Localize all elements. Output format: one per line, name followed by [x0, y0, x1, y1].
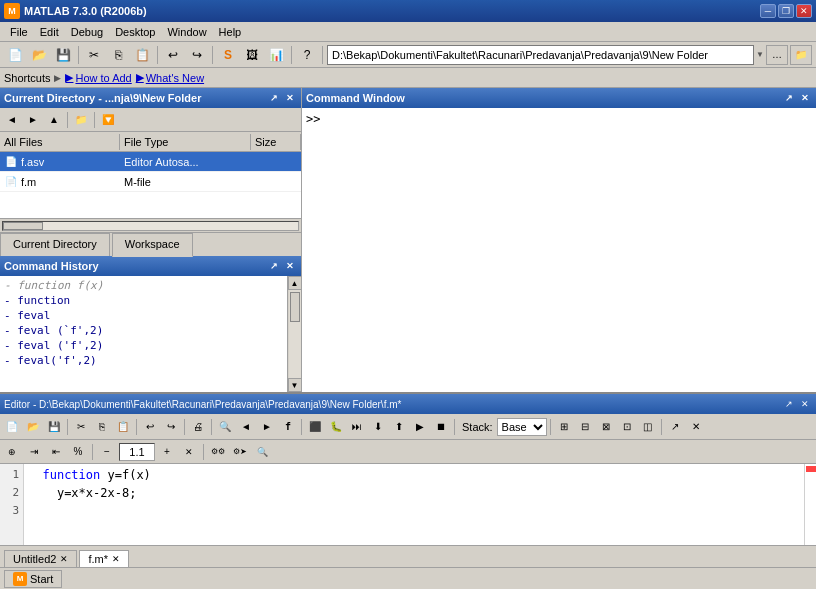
ed-comment-button[interactable]: % — [68, 442, 88, 462]
ed-continue-button[interactable]: ▶ — [410, 417, 430, 437]
ed-layout-btn2[interactable]: ⊟ — [575, 417, 595, 437]
cmd-entry[interactable]: - feval('f',2) — [0, 353, 301, 368]
start-button[interactable]: M Start — [4, 570, 62, 588]
cmd-history-close-icon[interactable]: ✕ — [283, 259, 297, 273]
col-size[interactable]: Size — [251, 134, 301, 150]
dir-scroll-thumb[interactable] — [3, 222, 43, 230]
editor-tab[interactable]: Untitled2 ✕ — [4, 550, 77, 567]
menu-debug[interactable]: Debug — [65, 24, 109, 40]
ed-step-out-button[interactable]: ⬆ — [389, 417, 409, 437]
ed-step-in-button[interactable]: ⬇ — [368, 417, 388, 437]
close-button[interactable]: ✕ — [796, 4, 812, 18]
ed-layout-btn4[interactable]: ⊡ — [617, 417, 637, 437]
minimize-button[interactable]: ─ — [760, 4, 776, 18]
current-dir-expand-icon[interactable]: ↗ — [267, 91, 281, 105]
menu-edit[interactable]: Edit — [34, 24, 65, 40]
col-type[interactable]: File Type — [120, 134, 251, 150]
scroll-down-button[interactable]: ▼ — [288, 378, 302, 392]
ed-plus-button[interactable]: + — [157, 442, 177, 462]
cmd-entry[interactable]: - feval — [0, 308, 301, 323]
redo-button[interactable]: ↪ — [186, 44, 208, 66]
ed-close-btn[interactable]: ✕ — [686, 417, 706, 437]
ed-stop-button[interactable]: ⏹ — [431, 417, 451, 437]
how-to-add-link[interactable]: ▶ How to Add — [65, 71, 131, 84]
ed-cell-next-button[interactable]: ⚙➤ — [230, 442, 250, 462]
file-row[interactable]: 📄 f.asv Editor Autosa... — [0, 152, 301, 172]
copy-button[interactable]: ⎘ — [107, 44, 129, 66]
command-window[interactable]: >> — [302, 108, 816, 392]
guide-button[interactable]: 🖼 — [241, 44, 263, 66]
path-dropdown-arrow[interactable]: ▼ — [756, 50, 764, 59]
ed-indent-out-button[interactable]: ⇤ — [46, 442, 66, 462]
dir-new-folder-button[interactable]: 📁 — [71, 110, 91, 130]
dir-forward-button[interactable]: ► — [23, 110, 43, 130]
cmd-history-scrollbar[interactable]: ▲ ▼ — [287, 276, 301, 392]
ed-indent-in-button[interactable]: ⇥ — [24, 442, 44, 462]
ed-insert-button[interactable]: ⬛ — [305, 417, 325, 437]
ed-debug-button[interactable]: 🐛 — [326, 417, 346, 437]
paste-button[interactable]: 📋 — [131, 44, 153, 66]
ed-redo-button[interactable]: ↪ — [161, 417, 181, 437]
tab-close-icon[interactable]: ✕ — [60, 554, 68, 564]
ed-layout-btn5[interactable]: ◫ — [638, 417, 658, 437]
ed-open-button[interactable]: 📂 — [23, 417, 43, 437]
ed-layout-btn1[interactable]: ⊞ — [554, 417, 574, 437]
dir-back-button[interactable]: ◄ — [2, 110, 22, 130]
scroll-thumb[interactable] — [290, 292, 300, 322]
whats-new-link[interactable]: ▶ What's New — [136, 71, 204, 84]
scroll-up-button[interactable]: ▲ — [288, 276, 302, 290]
ed-x-button[interactable]: ✕ — [179, 442, 199, 462]
dir-filter-button[interactable]: 🔽 — [98, 110, 118, 130]
ed-paste-button[interactable]: 📋 — [113, 417, 133, 437]
maximize-button[interactable]: ❐ — [778, 4, 794, 18]
path-input[interactable] — [327, 45, 754, 65]
cmd-history-expand-icon[interactable]: ↗ — [267, 259, 281, 273]
ed-cut-button[interactable]: ✂ — [71, 417, 91, 437]
path-go-button[interactable]: 📁 — [790, 45, 812, 65]
file-row[interactable]: 📄 f.m M-file — [0, 172, 301, 192]
ed-back-button[interactable]: ◄ — [236, 417, 256, 437]
path-browse-button[interactable]: … — [766, 45, 788, 65]
help-button[interactable]: ? — [296, 44, 318, 66]
cmd-entry[interactable]: - feval (`f',2) — [0, 323, 301, 338]
ed-breakpoint-button[interactable]: ⊕ — [2, 442, 22, 462]
ed-cell-exec-button[interactable]: ⚙⚙ — [208, 442, 228, 462]
new-file-button[interactable]: 📄 — [4, 44, 26, 66]
stack-select[interactable]: Base — [497, 418, 547, 436]
undo-button[interactable]: ↩ — [162, 44, 184, 66]
ed-print-button[interactable]: 🖨 — [188, 417, 208, 437]
col-name[interactable]: All Files — [0, 134, 120, 150]
tab-workspace[interactable]: Workspace — [112, 233, 193, 257]
ed-new-button[interactable]: 📄 — [2, 417, 22, 437]
ed-step-button[interactable]: ⏭ — [347, 417, 367, 437]
tab-current-directory[interactable]: Current Directory — [0, 233, 110, 256]
ed-expand-btn[interactable]: ↗ — [665, 417, 685, 437]
current-dir-close-icon[interactable]: ✕ — [283, 91, 297, 105]
menu-help[interactable]: Help — [213, 24, 248, 40]
cmd-win-close-icon[interactable]: ✕ — [798, 91, 812, 105]
cmd-entry[interactable]: - feval ('f',2) — [0, 338, 301, 353]
editor-expand-icon[interactable]: ↗ — [782, 397, 796, 411]
scroll-track[interactable] — [289, 290, 301, 378]
ed-cell-eval-button[interactable]: 🔍 — [252, 442, 272, 462]
open-button[interactable]: 📂 — [28, 44, 50, 66]
ed-forward-button[interactable]: ► — [257, 417, 277, 437]
menu-desktop[interactable]: Desktop — [109, 24, 161, 40]
ed-undo-button[interactable]: ↩ — [140, 417, 160, 437]
dir-scrollbar[interactable] — [0, 218, 301, 232]
ed-function-button[interactable]: f — [278, 417, 298, 437]
cmd-entry[interactable]: - function — [0, 293, 301, 308]
save-button[interactable]: 💾 — [52, 44, 74, 66]
cut-button[interactable]: ✂ — [83, 44, 105, 66]
ed-minus-button[interactable]: − — [97, 442, 117, 462]
profiler-button[interactable]: 📊 — [265, 44, 287, 66]
ed-copy-button[interactable]: ⎘ — [92, 417, 112, 437]
menu-window[interactable]: Window — [161, 24, 212, 40]
ed-find-button[interactable]: 🔍 — [215, 417, 235, 437]
menu-file[interactable]: File — [4, 24, 34, 40]
editor-tab-active[interactable]: f.m* ✕ — [79, 550, 129, 567]
tab-close-active-icon[interactable]: ✕ — [112, 554, 120, 564]
editor-close-icon[interactable]: ✕ — [798, 397, 812, 411]
ed-layout-btn3[interactable]: ⊠ — [596, 417, 616, 437]
editor-content[interactable]: 1 2 3 function y=f(x) y=x*x-2x-8; — [0, 464, 816, 545]
